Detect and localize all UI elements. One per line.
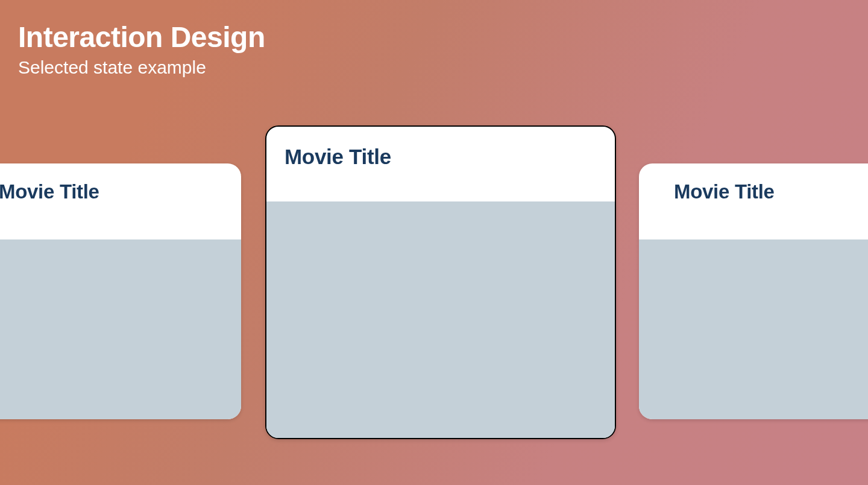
movie-card[interactable]: Movie Title	[0, 163, 241, 419]
card-image-placeholder	[0, 239, 241, 419]
card-header: Movie Title	[639, 163, 868, 219]
card-image-placeholder	[639, 239, 868, 419]
card-title: Movie Title	[0, 180, 223, 203]
page-subtitle: Selected state example	[18, 57, 265, 78]
card-image-placeholder	[266, 201, 615, 438]
card-title: Movie Title	[674, 180, 868, 203]
card-title: Movie Title	[285, 145, 597, 169]
card-header: Movie Title	[0, 163, 241, 219]
heading-block: Interaction Design Selected state exampl…	[18, 22, 265, 78]
card-carousel: Movie Title Movie Title Movie Title	[0, 125, 868, 451]
card-header: Movie Title	[266, 127, 615, 187]
movie-card[interactable]: Movie Title	[639, 163, 868, 419]
movie-card-selected[interactable]: Movie Title	[265, 125, 616, 439]
page-title: Interaction Design	[18, 22, 265, 54]
